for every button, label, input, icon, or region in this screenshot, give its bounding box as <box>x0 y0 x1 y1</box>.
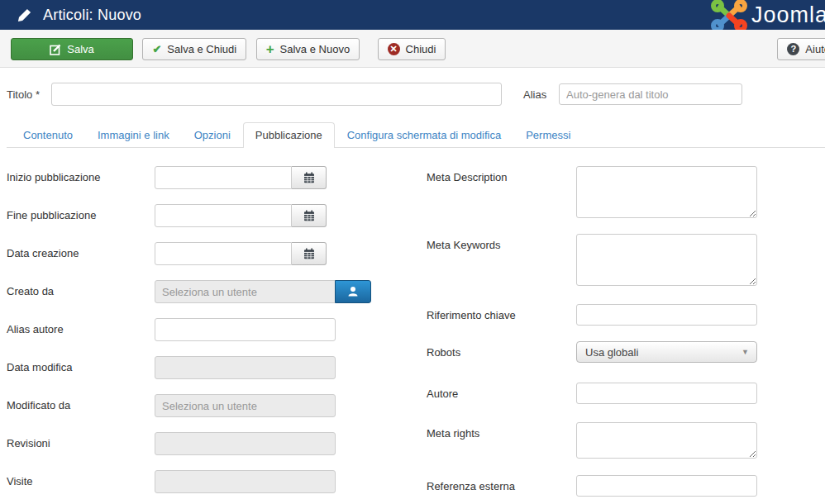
tab-permessi[interactable]: Permessi <box>513 122 583 148</box>
robots-select[interactable]: Usa globali ▼ <box>576 341 757 363</box>
close-button[interactable]: ✕ Chiudi <box>378 38 446 60</box>
content-area: Titolo * Alias Contenuto Immagini e link… <box>0 68 825 498</box>
page-title: Articoli: Nuovo <box>43 7 141 24</box>
modificato-da-input <box>155 394 336 417</box>
header-bar: Articoli: Nuovo Joomla <box>0 0 825 30</box>
titolo-label: Titolo * <box>7 88 51 101</box>
help-icon: ? <box>787 43 799 55</box>
field-visite: Visite <box>7 470 427 493</box>
save-edit-icon <box>50 44 61 55</box>
user-icon <box>346 285 360 298</box>
pubblicazione-form: Inizio pubblicazione <box>7 148 825 498</box>
calendar-icon <box>303 210 315 221</box>
inizio-pubblicazione-input[interactable] <box>155 166 292 189</box>
save-new-button[interactable]: + Salva e Nuovo <box>256 38 360 60</box>
field-robots: Robots Usa globali ▼ <box>427 341 757 364</box>
field-autore: Autore <box>427 383 757 406</box>
field-alias-autore: Alias autore <box>7 318 427 341</box>
calendar-button[interactable] <box>292 242 327 265</box>
titolo-input[interactable] <box>51 83 502 106</box>
field-meta-description: Meta Description <box>427 166 757 218</box>
fine-pubblicazione-input[interactable] <box>155 204 292 227</box>
field-data-creazione: Data creazione <box>7 242 427 265</box>
tab-pubblicazione[interactable]: Pubblicazione <box>243 122 335 148</box>
field-riferimento-chiave: Riferimento chiave <box>427 304 757 327</box>
creato-da-input <box>155 280 336 303</box>
select-user-button[interactable] <box>335 280 371 303</box>
calendar-button[interactable] <box>292 204 327 227</box>
alias-label: Alias <box>523 88 559 101</box>
revisioni-input <box>155 432 336 455</box>
field-meta-keywords: Meta Keywords <box>427 234 757 286</box>
tab-configura-schermata[interactable]: Configura schermata di modifica <box>335 122 513 148</box>
tab-opzioni[interactable]: Opzioni <box>182 122 243 148</box>
required-star: * <box>36 88 40 101</box>
title-alias-row: Titolo * Alias <box>7 83 825 106</box>
meta-rights-textarea[interactable] <box>576 422 757 459</box>
field-creato-da: Creato da <box>7 280 427 303</box>
referenza-esterna-input[interactable] <box>576 475 757 497</box>
autore-input[interactable] <box>576 383 757 404</box>
field-meta-rights: Meta rights <box>427 422 757 459</box>
data-modifica-input <box>155 356 336 379</box>
joomla-logo-icon <box>710 0 748 30</box>
save-close-button[interactable]: ✔ Salva e Chiudi <box>142 38 246 60</box>
calendar-button[interactable] <box>292 166 327 189</box>
save-button[interactable]: Salva <box>11 38 133 60</box>
tab-immagini-e-link[interactable]: Immagini e link <box>85 122 182 148</box>
visite-input <box>155 470 336 493</box>
field-data-modifica: Data modifica <box>7 356 427 379</box>
field-referenza-esterna: Referenza esterna <box>427 475 757 498</box>
meta-description-textarea[interactable] <box>576 166 757 218</box>
plus-icon: + <box>266 42 274 56</box>
edit-tabs: Contenuto Immagini e link Opzioni Pubbli… <box>7 122 825 148</box>
field-fine-pubblicazione: Fine pubblicazione <box>7 204 427 227</box>
tab-contenuto[interactable]: Contenuto <box>11 122 85 148</box>
joomla-brand: Joomla <box>710 0 825 30</box>
field-revisioni: Revisioni <box>7 432 427 455</box>
check-icon: ✔ <box>152 43 161 55</box>
field-inizio-pubblicazione: Inizio pubblicazione <box>7 166 427 189</box>
data-creazione-input[interactable] <box>155 242 292 265</box>
alias-input[interactable] <box>559 83 742 105</box>
toolbar: Salva ✔ Salva e Chiudi + Salva e Nuovo ✕… <box>0 30 825 68</box>
field-modificato-da: Modificato da <box>7 394 427 417</box>
alias-autore-input[interactable] <box>155 318 336 341</box>
pencil-icon <box>17 7 32 23</box>
close-icon: ✕ <box>388 43 400 55</box>
riferimento-chiave-input[interactable] <box>576 304 757 326</box>
form-right-column: Meta Description Meta Keywords Riferimen… <box>427 166 757 498</box>
meta-keywords-textarea[interactable] <box>576 234 757 286</box>
chevron-down-icon: ▼ <box>742 348 749 356</box>
calendar-icon <box>303 248 315 259</box>
form-left-column: Inizio pubblicazione <box>7 166 427 498</box>
joomla-logo-text: Joomla <box>751 2 825 28</box>
calendar-icon <box>303 172 315 183</box>
help-button[interactable]: ? Aiuto <box>777 38 825 60</box>
